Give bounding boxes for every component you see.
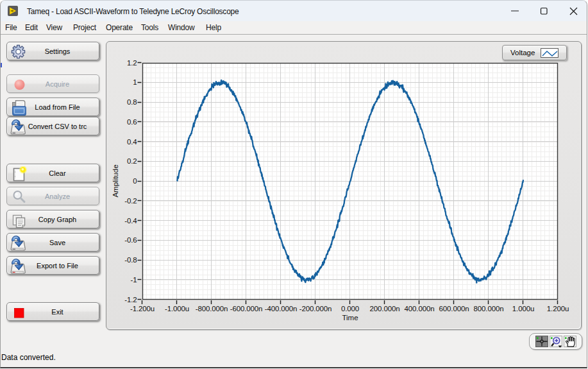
svg-text:-1.2: -1.2 [124,296,137,304]
svg-text:-1: -1 [131,276,137,284]
svg-text:1: 1 [133,78,137,86]
svg-text:-0.2: -0.2 [124,197,137,205]
svg-text:-0.8: -0.8 [124,256,137,264]
svg-text:-1.000u: -1.000u [165,305,189,313]
svg-text:800.000n: 800.000n [474,305,504,313]
svg-text:400.000n: 400.000n [405,305,435,313]
svg-text:-0.6: -0.6 [124,236,137,244]
svg-text:-600.000n: -600.000n [230,305,262,313]
svg-text:-400.000n: -400.000n [265,305,297,313]
svg-text:1.200u: 1.200u [547,305,569,313]
svg-text:0.2: 0.2 [127,157,137,165]
svg-text:-200.000n: -200.000n [299,305,332,313]
svg-text:1.000u: 1.000u [512,305,534,313]
svg-text:0.4: 0.4 [127,138,137,146]
svg-text:0.8: 0.8 [127,98,137,106]
svg-text:0.6: 0.6 [127,118,137,126]
svg-text:0: 0 [133,177,137,185]
svg-text:200.000n: 200.000n [370,305,400,313]
svg-text:600.000n: 600.000n [439,305,469,313]
svg-text:-1.200u: -1.200u [130,305,155,313]
svg-text:-0.4: -0.4 [124,217,137,225]
svg-text:1.2: 1.2 [127,59,137,67]
svg-text:-800.000n: -800.000n [196,305,228,313]
svg-text:0.000: 0.000 [341,305,359,313]
svg-text:Amplitude: Amplitude [112,164,119,197]
svg-text:Time: Time [342,314,358,322]
